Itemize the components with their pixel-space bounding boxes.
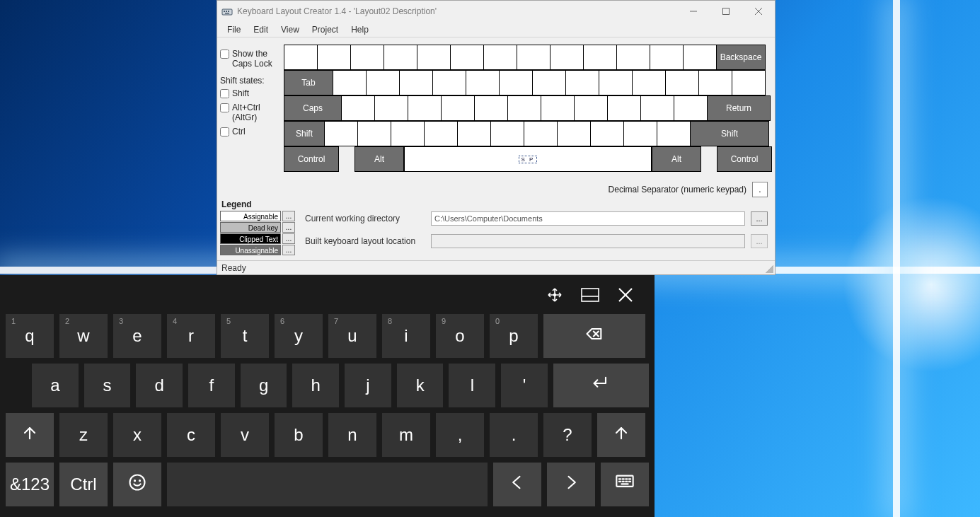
key-blank[interactable] — [623, 121, 657, 146]
key-blank[interactable] — [284, 45, 318, 70]
key-space[interactable] — [167, 463, 488, 506]
key-blank[interactable] — [417, 45, 451, 70]
key-blank[interactable] — [466, 70, 500, 95]
key-space[interactable]: S P — [404, 146, 652, 172]
key-blank[interactable] — [408, 95, 442, 121]
key-y[interactable]: 6y — [275, 314, 323, 358]
key-question[interactable]: ? — [543, 413, 592, 457]
key-u[interactable]: 7u — [328, 314, 376, 358]
key-blank[interactable] — [616, 45, 650, 70]
key-blank[interactable] — [317, 45, 351, 70]
maximize-button[interactable] — [710, 1, 742, 22]
legend-button-3[interactable]: ... — [282, 245, 295, 255]
key-s[interactable]: s — [84, 364, 131, 407]
key-blank[interactable] — [650, 45, 684, 70]
key-g[interactable]: g — [241, 364, 287, 407]
key-shift-left[interactable] — [6, 413, 54, 457]
key-blank[interactable] — [350, 45, 384, 70]
key-blank[interactable] — [384, 45, 417, 70]
key-return[interactable]: Return — [707, 95, 771, 121]
key-r[interactable]: 4r — [167, 314, 215, 358]
cwd-input[interactable] — [431, 211, 745, 226]
key-blank[interactable] — [565, 70, 599, 95]
key-blank[interactable] — [683, 45, 717, 70]
key-backspace[interactable] — [543, 314, 645, 358]
key-blank[interactable] — [550, 45, 584, 70]
key-blank[interactable] — [399, 70, 433, 95]
key-c[interactable]: c — [167, 413, 215, 457]
key-blank[interactable] — [524, 121, 558, 146]
key-blank[interactable] — [557, 121, 591, 146]
decimal-separator-value[interactable]: . — [752, 182, 768, 197]
key-a[interactable]: a — [32, 364, 79, 407]
key-p[interactable]: 0p — [490, 314, 538, 358]
titlebar[interactable]: Keyboard Layout Creator 1.4 - 'Layout02 … — [217, 1, 775, 22]
key-blank[interactable] — [490, 121, 524, 146]
key-numsym[interactable]: &123 — [6, 463, 54, 506]
key-control-left[interactable]: Control — [284, 146, 339, 172]
show-caps-checkbox[interactable]: Show the Caps Lock — [220, 49, 279, 69]
key-h[interactable]: h — [292, 364, 339, 407]
key-period[interactable]: . — [490, 413, 538, 457]
key-blank[interactable] — [450, 45, 484, 70]
key-blank[interactable] — [457, 121, 491, 146]
key-enter[interactable] — [553, 364, 649, 407]
resize-grip[interactable] — [765, 265, 773, 273]
key-k[interactable]: k — [397, 364, 444, 407]
key-b[interactable]: b — [275, 413, 323, 457]
key-blank[interactable] — [607, 95, 641, 121]
key-blank[interactable] — [357, 121, 391, 146]
key-blank[interactable] — [324, 121, 358, 146]
shift-checkbox[interactable]: Shift — [220, 88, 279, 98]
key-caps[interactable]: Caps — [284, 95, 342, 121]
move-icon[interactable] — [546, 286, 564, 304]
key-right[interactable] — [547, 463, 595, 506]
key-w[interactable]: 2w — [59, 314, 108, 358]
minimize-button[interactable] — [677, 1, 710, 22]
key-blank[interactable] — [532, 70, 566, 95]
key-l[interactable]: l — [449, 364, 495, 407]
key-blank[interactable] — [583, 45, 617, 70]
key-comma[interactable]: , — [436, 413, 484, 457]
key-o[interactable]: 9o — [436, 314, 484, 358]
key-blank[interactable] — [632, 70, 666, 95]
menu-edit[interactable]: Edit — [248, 23, 274, 36]
ctrl-checkbox[interactable]: Ctrl — [220, 127, 279, 136]
key-control-right[interactable]: Control — [717, 146, 772, 172]
key-t[interactable]: 5t — [221, 314, 269, 358]
key-m[interactable]: m — [382, 413, 430, 457]
key-blank[interactable] — [474, 95, 508, 121]
key-blank[interactable] — [574, 95, 608, 121]
key-blank[interactable] — [657, 121, 691, 146]
key-blank[interactable] — [499, 70, 533, 95]
key-shift-right[interactable] — [597, 413, 645, 457]
key-blank[interactable] — [391, 121, 425, 146]
key-blank[interactable] — [674, 95, 708, 121]
key-n[interactable]: n — [328, 413, 376, 457]
key-j[interactable]: j — [345, 364, 391, 407]
key-q[interactable]: 1q — [6, 314, 54, 358]
menu-view[interactable]: View — [275, 23, 305, 36]
key-blank[interactable] — [333, 70, 367, 95]
key-e[interactable]: 3e — [113, 314, 161, 358]
close-keyboard-icon[interactable] — [616, 286, 635, 304]
key-blank[interactable] — [483, 45, 517, 70]
key-f[interactable]: f — [188, 364, 235, 407]
menu-help[interactable]: Help — [345, 23, 374, 36]
key-shift-left[interactable]: Shift — [284, 121, 325, 146]
key-left[interactable] — [493, 463, 541, 506]
key-blank[interactable] — [517, 45, 550, 70]
key-ctrl[interactable]: Ctrl — [59, 463, 108, 506]
key-blank[interactable] — [541, 95, 575, 121]
dock-icon[interactable] — [581, 286, 599, 304]
menu-file[interactable]: File — [221, 23, 246, 36]
key-blank[interactable] — [599, 70, 633, 95]
key-apostrophe[interactable]: ' — [501, 364, 548, 407]
key-blank[interactable] — [698, 70, 732, 95]
legend-button-1[interactable]: ... — [282, 222, 295, 233]
menu-project[interactable]: Project — [306, 23, 344, 36]
key-layout[interactable] — [601, 463, 649, 506]
key-blank[interactable] — [366, 70, 400, 95]
key-z[interactable]: z — [59, 413, 108, 457]
key-blank[interactable] — [441, 95, 475, 121]
